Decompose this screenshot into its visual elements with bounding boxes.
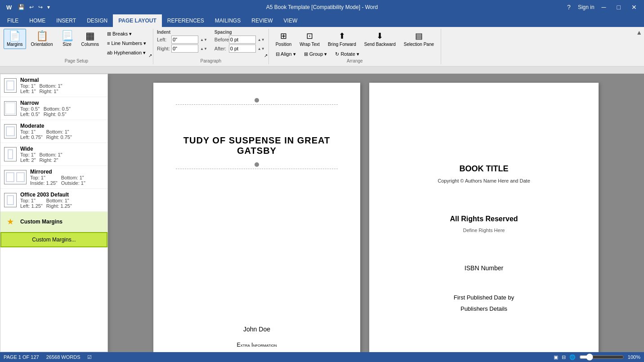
bring-forward-btn[interactable]: ⬆ Bring Forward [325,29,359,49]
send-backward-btn[interactable]: ⬇ Send Backward [361,29,399,49]
save-quick-btn[interactable]: 💾 [16,3,27,11]
paragraph-label: Paragraph [153,58,268,63]
margin-item-wide[interactable]: Wide Top: 1" Left: 2" Bottom: 1" Right: … [0,143,107,166]
bring-forward-icon: ⬆ [339,31,345,41]
tab-page-layout[interactable]: PAGE LAYOUT [113,14,162,27]
margin-item-office2003[interactable]: Office 2003 Default Top: 1" Left: 1.25" … [0,189,107,212]
tab-insert[interactable]: INSERT [51,14,81,27]
indent-left-label: Left: [157,37,170,42]
normal-left-col: Top: 1" Left: 1" [20,83,36,94]
mirrored-margin-icon [4,170,27,184]
spell-check-icon[interactable]: ☑ [87,354,92,360]
narrow-right: Right: 0.5" [44,112,71,117]
margin-item-moderate[interactable]: Moderate Top: 1" Left: 0.75" Bottom: 1" … [0,120,107,143]
selection-pane-btn[interactable]: ▤ Selection Pane [401,29,437,49]
left-page: TUDY OF SUSPENSE IN GREAT GATSBY John Do… [153,83,360,352]
size-btn[interactable]: 📃 Size [58,29,76,49]
minimize-btn[interactable]: ─ [598,2,610,13]
indent-left-input[interactable] [171,36,198,44]
tab-design[interactable]: DESIGN [81,14,113,27]
custom-margins-btn-label[interactable]: Custom Margins... [5,236,103,244]
view-web-btn[interactable]: 🌐 [569,354,576,360]
document-title: A5 Book Template [Compatibility Mode] - … [266,4,378,10]
margin-item-mirrored[interactable]: Mirrored Top: 1" Inside: 1.25" Bottom: 1… [0,166,107,189]
wrap-text-icon: ⊡ [306,31,313,41]
spacing-col: Spacing Before: ▲▼ After: ▲▼ [215,30,265,53]
right-copyright: Copyright © Authors Name Here and Date [438,178,530,183]
wide-margin-name: Wide [20,146,104,152]
tab-file[interactable]: FILE [2,14,24,27]
arrange-group: ⊞ Position ⊡ Wrap Text ⬆ Bring Forward ⬇… [269,29,441,64]
redo-quick-btn[interactable]: ↪ [36,3,45,11]
page-info: PAGE 1 OF 127 [4,354,39,360]
custom-margin-icon: ★ [4,215,17,229]
mid-dashed-sep [176,169,338,169]
indent-left-row: Left: ▲▼ [157,36,207,44]
undo-quick-btn[interactable]: ↩ [27,3,36,11]
tab-view[interactable]: VIEW [278,14,303,27]
spacing-before-spin[interactable]: ▲▼ [258,38,265,42]
maximize-btn[interactable]: □ [613,2,624,13]
indent-right-spin[interactable]: ▲▼ [200,47,207,51]
columns-btn[interactable]: ▦ Columns [78,29,102,49]
title-bar-left: W 💾 ↩ ↪ ▾ [4,3,52,12]
spacing-after-label: After: [215,46,227,51]
tab-review[interactable]: REVIEW [246,14,278,27]
spacing-before-input[interactable] [229,36,256,44]
custom-margins-button[interactable]: Custom Margins... [0,232,107,247]
view-normal-btn[interactable]: ▣ [554,354,558,360]
ribbon-collapse-btn[interactable]: ▲ [636,29,642,36]
help-btn[interactable]: ? [564,2,574,13]
hyphenation-btn[interactable]: ab Hyphenation ▾ [104,49,149,57]
close-btn[interactable]: ✕ [628,2,640,13]
normal-margin-icon [4,78,17,93]
tab-home[interactable]: HOME [24,14,51,27]
selection-pane-icon: ▤ [415,31,423,41]
custom-margin-info: Custom Margins [20,219,104,225]
align-btn[interactable]: ⊟ Align ▾ [273,50,299,58]
moderate-margin-info: Moderate Top: 1" Left: 0.75" Bottom: 1" … [20,123,104,140]
tab-references[interactable]: REFERENCES [162,14,210,27]
tab-mailings[interactable]: MAILINGS [210,14,246,27]
wide-margin-icon [4,147,17,161]
margins-btn[interactable]: 📄 Margins [4,29,26,49]
rotate-btn[interactable]: ↻ Rotate ▾ [332,50,362,58]
narrow-margin-icon [4,101,17,116]
margins-dropdown: Normal Top: 1" Left: 1" Bottom: 1" Right… [0,74,108,352]
wide-right: Right: 2" [39,157,62,163]
spacing-after-input[interactable] [229,45,256,53]
left-page-author: John Doe [243,326,270,333]
word-count: 26568 WORDS [46,354,80,360]
indent-right-input[interactable] [171,45,198,53]
indent-left-spin[interactable]: ▲▼ [200,38,207,42]
indent-label: Indent [157,30,207,35]
spacing-before-row: Before: ▲▼ [215,36,265,44]
spacing-after-spin[interactable]: ▲▼ [258,47,265,51]
office2003-left-col: Top: 1" Left: 1.25" [20,198,43,209]
custom-margin-name: Custom Margins [20,219,104,225]
ribbon-tabs: FILE HOME INSERT DESIGN PAGE LAYOUT REFE… [0,14,644,27]
line-numbers-btn[interactable]: ≡ Line Numbers ▾ [104,39,149,48]
position-btn[interactable]: ⊞ Position [273,29,295,49]
zoom-slider[interactable] [579,353,624,361]
margin-item-normal[interactable]: Normal Top: 1" Left: 1" Bottom: 1" Right… [0,74,107,97]
sign-in-label[interactable]: Sign in [578,4,595,10]
narrow-left: Left: 0.5" [20,112,40,117]
breaks-btn[interactable]: ⊞ Breaks ▾ [104,30,149,38]
office2003-margin-name: Office 2003 Default [20,192,104,198]
mirrored-margin-info: Mirrored Top: 1" Inside: 1.25" Bottom: 1… [30,169,104,186]
status-left: PAGE 1 OF 127 26568 WORDS ☑ [4,354,92,360]
orientation-btn[interactable]: 📋 Orientation [28,29,56,49]
group-btn[interactable]: ⊞ Group ▾ [301,50,331,58]
quick-access-more-btn[interactable]: ▾ [45,3,52,11]
margin-item-custom-entry[interactable]: ★ Custom Margins [0,212,107,232]
moderate-left: Left: 0.75" [20,134,43,140]
paragraph-expand[interactable]: ↗ [264,53,268,58]
margin-item-narrow[interactable]: Narrow Top: 0.5" Left: 0.5" Bottom: 0.5"… [0,97,107,120]
page-setup-group: 📄 Margins 📋 Orientation 📃 Size ▦ Columns… [0,29,153,64]
page-setup-expand[interactable]: ↗ [148,53,152,58]
view-layout-btn[interactable]: ⊟ [562,354,566,360]
arrange-label: Arrange [269,58,441,63]
quick-access-toolbar: 💾 ↩ ↪ ▾ [16,3,52,11]
wrap-text-btn[interactable]: ⊡ Wrap Text [296,29,323,49]
